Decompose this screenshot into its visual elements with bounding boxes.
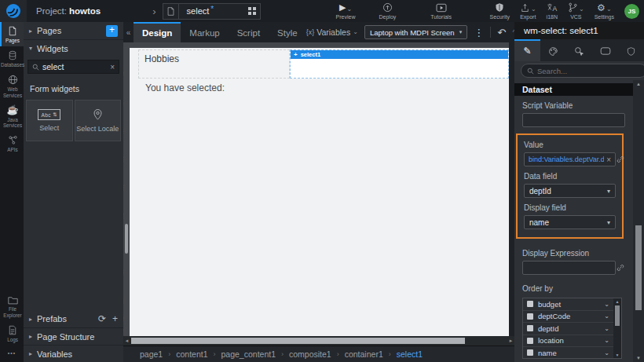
rail-item-logs[interactable]: Logs (0, 321, 24, 346)
checkbox[interactable] (527, 325, 533, 331)
widget-tile-select-locale[interactable]: Select Locale (75, 100, 122, 141)
display-expression-input[interactable] (527, 264, 611, 272)
scroll-up-arrow[interactable]: ▲ (613, 299, 621, 304)
app-logo[interactable] (0, 0, 27, 22)
checkbox[interactable] (527, 301, 533, 307)
tab-properties[interactable]: ✎ (514, 39, 540, 61)
scroll-down-arrow[interactable]: ▼ (633, 356, 644, 360)
export-button[interactable]: ⌄ Export (520, 3, 536, 20)
chevron-down-icon[interactable]: ⌄ (604, 325, 609, 332)
rail-item-apis[interactable]: APIs (0, 131, 24, 155)
clear-binding-icon[interactable]: × (606, 155, 611, 164)
label-widget-hobbies[interactable]: Hobbies (138, 49, 290, 79)
breadcrumb-select1[interactable]: select1 (397, 349, 423, 359)
rail-item-pages[interactable]: Pages (0, 22, 24, 46)
data-field-select[interactable]: deptId ▾ (524, 184, 616, 198)
rail-item-databases[interactable]: Databases (0, 46, 24, 71)
scroll-down-arrow[interactable]: ▼ (613, 353, 621, 357)
hscroll-track[interactable] (130, 336, 507, 346)
script-variable-input[interactable] (527, 116, 620, 125)
scroll-right-arrow[interactable]: ► (507, 338, 514, 343)
properties-scrollbar[interactable]: ▲ ▼ (633, 80, 644, 362)
rail-item-file-explorer[interactable]: File Explorer (0, 291, 24, 320)
tab-script[interactable]: Script (229, 22, 269, 42)
checkbox[interactable] (527, 338, 533, 344)
rail-item-java-services[interactable]: ☕ Java Services (0, 101, 24, 131)
checkbox[interactable] (527, 313, 533, 320)
page-tab-select[interactable]: select * (179, 3, 261, 20)
prefabs-section-header[interactable]: ▸ Prefabs ⟳+ (24, 310, 123, 327)
device-selector[interactable]: Laptop with MDPI Screen ▾ (364, 25, 467, 39)
order-by-option-deptcode[interactable]: deptCode ⌄ (523, 311, 613, 324)
scroll-left-arrow[interactable]: ◄ (123, 338, 130, 343)
play-icon: ▶ (339, 2, 346, 13)
refresh-icon[interactable]: ⟳ (98, 313, 106, 324)
breadcrumb-page1[interactable]: page1 (140, 349, 163, 359)
chevron-down-icon[interactable]: ⌄ (604, 337, 609, 344)
display-field-select[interactable]: name ▾ (524, 215, 616, 229)
chevron-down-icon[interactable]: ⌄ (604, 301, 609, 308)
order-by-scroll-thumb[interactable] (615, 305, 620, 326)
tab-style[interactable]: Style (269, 22, 306, 42)
order-by-scrollbar[interactable]: ▲ ▼ (613, 298, 621, 358)
i18n-button[interactable]: A i18N (547, 3, 558, 20)
breadcrumb-page-content1[interactable]: page_content1 (221, 349, 276, 359)
rail-item-web-services[interactable]: Web Services (0, 71, 24, 101)
rail-more-button[interactable]: ••• (0, 346, 24, 362)
settings-button[interactable]: ⚙⌄ Settings (595, 3, 614, 20)
dataset-section-header[interactable]: Dataset (514, 83, 633, 96)
more-options-button[interactable]: ⋮ (474, 27, 484, 38)
select1-widget[interactable]: + select1 (290, 49, 509, 79)
undo-button[interactable]: ↶ (497, 27, 506, 38)
properties-search-input[interactable] (537, 67, 641, 75)
page-structure-section-header[interactable]: ▸ Page Structure (24, 327, 123, 345)
chevron-down-icon[interactable]: ⌄ (604, 313, 609, 320)
design-canvas[interactable]: Hobbies + select1 You have selected: (130, 48, 509, 336)
tab-events[interactable] (566, 39, 592, 61)
hscroll-thumb[interactable] (131, 338, 465, 344)
tab-security[interactable] (618, 39, 644, 61)
widget-tile-select[interactable]: Abc⇅ Select (26, 100, 73, 141)
vcs-button[interactable]: ⌄ VCS (568, 3, 584, 20)
breadcrumb-content1[interactable]: content1 (176, 349, 207, 359)
clear-search-icon[interactable]: × (110, 63, 115, 71)
tab-markup[interactable]: Markup (181, 22, 228, 42)
preview-button[interactable]: ▶⌄ Preview (336, 3, 356, 20)
security-button[interactable]: Security (490, 2, 510, 20)
breadcrumb-container1[interactable]: container1 (345, 349, 383, 359)
scroll-up-arrow[interactable]: ▲ (633, 82, 644, 86)
add-prefab-icon[interactable]: + (112, 313, 118, 324)
select-box-icon: Abc⇅ (38, 109, 60, 120)
properties-scroll-thumb[interactable] (635, 225, 642, 310)
variables-section-header[interactable]: ▸ Variables (24, 345, 123, 362)
widgets-section-header[interactable]: ▾ Widgets (24, 39, 123, 57)
tab-styles[interactable] (540, 39, 566, 61)
horizontal-ruler (130, 42, 509, 48)
order-by-option-deptid[interactable]: deptId ⌄ (523, 323, 613, 335)
page-doc-button[interactable] (163, 3, 179, 20)
value-field[interactable]: bind:Variables.deptVar.dataSet × (524, 152, 616, 166)
order-by-option-name[interactable]: name ⌄ (523, 347, 613, 359)
dashboard-grid-icon[interactable] (248, 7, 256, 15)
user-avatar[interactable]: JS (624, 4, 639, 19)
variables-menu-button[interactable]: {x} Variables ⌄ (306, 27, 358, 37)
pages-section-header[interactable]: ▸ Pages + (24, 22, 123, 39)
tutorials-button[interactable]: Tutorials (430, 3, 452, 20)
widget-selection-header[interactable]: + select1 (291, 50, 508, 59)
move-handle-icon[interactable]: + (294, 52, 298, 58)
tab-device[interactable] (592, 39, 618, 61)
select1-widget-body[interactable] (291, 59, 508, 78)
order-by-option-budget[interactable]: budget ⌄ (523, 298, 613, 311)
chevron-down-icon[interactable]: ⌄ (604, 349, 609, 357)
tab-design[interactable]: Design (134, 22, 181, 42)
breadcrumb-composite1[interactable]: composite1 (289, 349, 331, 359)
bind-link-icon[interactable] (616, 263, 625, 272)
widget-search-input[interactable] (42, 62, 107, 71)
order-by-option-location[interactable]: location ⌄ (523, 335, 613, 348)
collapse-left-panel-button[interactable]: « (123, 28, 134, 37)
add-page-button[interactable]: + (106, 25, 118, 37)
bind-link-icon[interactable] (616, 155, 625, 164)
checkbox[interactable] (527, 349, 533, 356)
canvas-vertical-scrollbar[interactable] (125, 224, 128, 254)
deploy-button[interactable]: Deploy (379, 2, 397, 20)
